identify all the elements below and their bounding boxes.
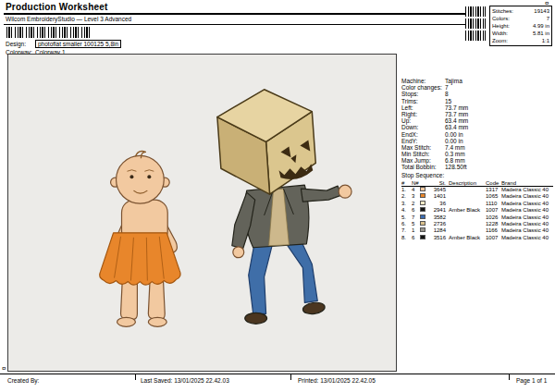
baby-head-group [111, 155, 170, 203]
stat-value: 5.81 in [533, 30, 549, 37]
stat-value: 19143 [534, 7, 549, 15]
swatch-cell [420, 214, 430, 221]
info-value: 15 [445, 98, 451, 104]
thread-color-swatch [420, 201, 426, 205]
stop-num: 3. [401, 201, 412, 207]
info-value: 63.4 mm [445, 124, 468, 130]
stop-needle: 4 [412, 187, 420, 193]
thread-color-swatch [420, 214, 426, 219]
stat-row: Zoom:1:1 [492, 37, 549, 44]
last-saved-text: Last Saved: 13/01/2025 22.42.03 [141, 377, 229, 384]
col-header-code: Code [486, 179, 501, 186]
info-value: 63.4 mm [445, 117, 468, 124]
stop-brand: Madeira Classic 40 [501, 214, 553, 221]
info-label: Left: [401, 104, 445, 111]
stop-stitches: 1284 [430, 227, 449, 234]
info-value: 0.00 in [445, 131, 463, 138]
stop-code: 1007 [486, 207, 501, 214]
stop-needle: 2 [412, 201, 420, 207]
stop-description: Amber Black [449, 235, 486, 241]
mini-barcode-icon [465, 6, 486, 17]
header-rule-thin [4, 24, 486, 25]
stop-stitches: 3645 [430, 187, 449, 193]
mini-barcode-icon [465, 31, 486, 41]
stop-stitches: 3516 [430, 235, 449, 241]
stop-row: 7. 1 1284 1166 Madeira Classic 40 [401, 227, 553, 234]
info-label: Color changes: [401, 84, 445, 91]
boxhead-right-hand [339, 185, 352, 198]
stat-label: Height: [492, 22, 510, 30]
design-barcode-icon [6, 27, 90, 38]
info-row: Up:63.4 mm [401, 117, 553, 124]
stat-row: Width:5.81 in [492, 30, 549, 37]
stat-row: Colors:7 [492, 15, 549, 22]
info-value: 7.4 mm [445, 144, 465, 151]
info-row: Color changes:7 [401, 84, 553, 91]
stop-num: 5. [401, 214, 412, 221]
stop-needle: 1 [412, 227, 420, 234]
info-value: 0.00 in [445, 138, 463, 144]
stop-code: 1026 [486, 214, 501, 221]
stop-num: 1. [401, 187, 412, 193]
swatch-cell [420, 207, 430, 214]
stop-sequence-table: # N# St. Description Code Brand 1. 4 364… [401, 179, 553, 241]
machine-info: Machine:Tajima Color changes:7 Stops:8 T… [401, 78, 553, 171]
software-subtitle: Wilcom EmbroideryStudio — Level 3 Advanc… [6, 16, 131, 22]
stat-value: 7 [547, 15, 549, 22]
stop-code: 1110 [486, 201, 501, 207]
thread-color-swatch [420, 227, 426, 232]
info-value: 73.7 mm [445, 111, 468, 117]
col-header-num: # [401, 179, 412, 186]
info-row: Max Stitch:7.4 mm [401, 144, 553, 151]
stop-row: 8. 6 3516 Amber Black 1007 Madeira Class… [401, 235, 553, 241]
registration-mark-icon: ¤ [545, 0, 549, 7]
mini-barcode-icon [465, 18, 486, 29]
mini-barcodes [465, 6, 486, 43]
stat-label: Colors: [492, 15, 510, 22]
info-label: Max Stitch: [401, 144, 445, 151]
stop-brand: Madeira Classic 40 [501, 221, 553, 227]
thread-color-swatch [420, 193, 426, 198]
stop-needle: 5 [412, 221, 420, 227]
stop-stitches: 2736 [430, 221, 449, 227]
printed-text: Printed: 13/01/2025 22.42.05 [298, 377, 376, 384]
info-label: Stops: [401, 91, 445, 97]
stop-code: 1228 [486, 221, 501, 227]
swatch-cell [420, 221, 430, 227]
stop-brand: Madeira Classic 40 [501, 201, 553, 207]
stop-stitches: 2941 [430, 207, 449, 214]
boxhead-left-shoe [245, 312, 267, 324]
boxhead-right-sleeve [301, 186, 341, 202]
stop-num: 2. [401, 193, 412, 200]
stop-code: 1166 [486, 227, 501, 234]
info-value: 6.8 mm [445, 157, 465, 164]
info-row: Machine:Tajima [401, 78, 553, 84]
col-header-brand: Brand [501, 179, 553, 186]
info-row: Right:73.7 mm [401, 111, 553, 117]
stop-row: 3. 2 36 1110 Madeira Classic 40 [401, 201, 553, 207]
info-row: EndY:0.00 in [401, 138, 553, 144]
stop-row: 2. 3 1401 1065 Madeira Classic 40 [401, 193, 553, 200]
stat-value: 4.99 in [533, 22, 549, 30]
stop-stitches: 1401 [430, 193, 449, 200]
info-label: EndY: [401, 138, 445, 144]
boxhead-right-shoe [302, 301, 326, 315]
info-row: Down:63.4 mm [401, 124, 553, 130]
info-label: Machine: [401, 78, 445, 84]
page-title: Production Worksheet [6, 2, 108, 12]
stat-value: 1:1 [542, 37, 549, 44]
design-row: Design: photoflat smaller 100125 5,8in [6, 40, 121, 48]
info-label: Max Jump: [401, 157, 445, 164]
design-name: photoflat smaller 100125 5,8in [35, 40, 121, 48]
stop-needle: 3 [412, 193, 420, 200]
info-value: 8 [445, 91, 449, 97]
stop-row: 5. 7 3582 1026 Madeira Classic 40 [401, 214, 553, 221]
production-worksheet: Production Worksheet Wilcom EmbroiderySt… [0, 0, 555, 392]
baby-skirt [100, 233, 180, 285]
baby-head [117, 155, 165, 203]
stop-num: 4. [401, 207, 412, 214]
embroidery-design [8, 55, 396, 371]
created-by-label: Created By: [7, 377, 39, 384]
footer-rule [0, 374, 555, 374]
page-number: Page 1 of 1 [516, 377, 547, 384]
